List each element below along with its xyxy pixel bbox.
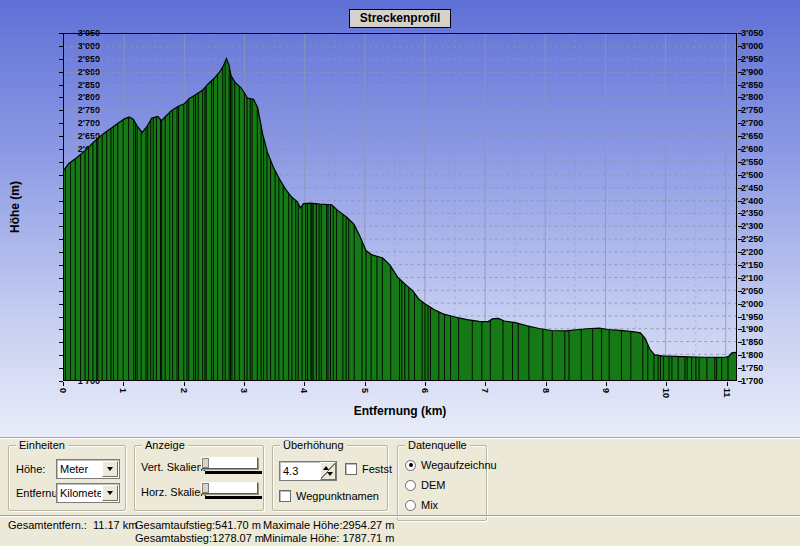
radio-wegaufzeichnung[interactable]: Wegaufzeichnu: [405, 459, 497, 471]
y-tick-label: 3'050: [741, 29, 781, 38]
y-tick-mark: [738, 85, 742, 86]
x-tick-label: 7: [480, 388, 490, 393]
x-tick-mark: [365, 382, 366, 386]
y-tick-label: 2'950: [741, 55, 781, 64]
y-tick-mark: [738, 381, 742, 382]
group-datenquelle: Datenquelle Wegaufzeichnu DEM Mix: [397, 445, 487, 521]
hoehe-unit-combobox[interactable]: Meter: [56, 459, 120, 479]
x-tick-label: 4: [299, 388, 309, 393]
y-tick-mark: [738, 72, 742, 73]
y-tick-mark: [738, 355, 742, 356]
x-tick-mark: [63, 382, 64, 386]
y-tick-label: 3'000: [741, 42, 781, 51]
y-tick-mark: [738, 33, 742, 34]
y-tick-mark: [738, 188, 742, 189]
y-tick-mark: [738, 97, 742, 98]
status-gesamtaufstieg: Gesamtaufstieg:541.70 m: [135, 519, 261, 531]
group-einheiten-title: Einheiten: [16, 439, 68, 451]
y-tick-label: 2'800: [741, 93, 781, 102]
y-tick-label: 2'700: [741, 119, 781, 128]
y-tick-mark: [738, 175, 742, 176]
x-axis-title: Entfernung (km): [63, 404, 737, 418]
vert-skalierung-label: Vert. Skalien.: [141, 461, 206, 473]
wegpunktnamen-checkbox[interactable]: Wegpunktnamen: [279, 490, 379, 502]
group-datenquelle-title: Datenquelle: [405, 439, 470, 451]
y-tick-label: 2'450: [741, 184, 781, 193]
y-tick-label: 2'000: [741, 300, 781, 309]
y-tick-mark: [738, 368, 742, 369]
y-tick-mark: [738, 342, 742, 343]
streckenprofil-window: Streckenprofil Höhe (m) 3'0503'0002'9502…: [0, 0, 800, 546]
x-tick-mark: [123, 382, 124, 386]
festst-checkbox[interactable]: Festst: [345, 463, 392, 475]
y-tick-mark: [738, 291, 742, 292]
x-tick-mark: [546, 382, 547, 386]
y-tick-label: 2'200: [741, 248, 781, 257]
entfernung-unit-combobox[interactable]: Kilometer: [56, 483, 120, 503]
y-tick-label: 1'800: [741, 351, 781, 360]
status-maximale-hoehe: Maximale Höhe:2954.27 m: [263, 519, 394, 531]
radio-wegaufzeichnung-label: Wegaufzeichnu: [421, 459, 497, 471]
wegpunktnamen-checkbox-label: Wegpunktnamen: [296, 490, 379, 502]
x-tick-mark: [304, 382, 305, 386]
radio-dem[interactable]: DEM: [405, 479, 445, 491]
vert-skalierung-slider[interactable]: [201, 457, 261, 477]
status-separator: [0, 515, 800, 517]
y-tick-mark: [738, 304, 742, 305]
y-tick-mark: [738, 265, 742, 266]
group-ueberhoehung: Überhöhung 4.3 Festst Wegpunktnamen: [272, 445, 388, 511]
x-tick-label: 9: [601, 388, 611, 393]
group-anzeige: Anzeige Vert. Skalien. Horz. Skalien: [134, 445, 264, 511]
y-tick-mark: [738, 329, 742, 330]
chart-title-wrap: Streckenprofil: [63, 9, 737, 28]
y-axis-ticks-right: [738, 33, 742, 381]
chevron-down-icon[interactable]: [102, 485, 118, 501]
x-tick-label: 0: [58, 388, 68, 393]
x-tick-mark: [244, 382, 245, 386]
y-tick-mark: [738, 46, 742, 47]
y-tick-mark: [738, 162, 742, 163]
slider-thumb[interactable]: [202, 483, 209, 493]
spinner-updown-icon[interactable]: [320, 462, 336, 480]
status-gesamtabstieg: Gesamtabstieg:1278.07 m: [135, 532, 264, 544]
x-tick-label: 11: [722, 388, 732, 398]
x-tick-mark: [727, 382, 728, 386]
y-tick-label: 2'900: [741, 68, 781, 77]
y-tick-mark: [738, 226, 742, 227]
y-tick-mark: [738, 149, 742, 150]
x-tick-label: 2: [179, 388, 189, 393]
festst-checkbox-label: Festst: [362, 463, 392, 475]
y-tick-mark: [738, 317, 742, 318]
ueberhoehung-spinedit[interactable]: 4.3: [279, 461, 337, 481]
y-tick-label: 1'950: [741, 313, 781, 322]
y-tick-mark: [738, 278, 742, 279]
y-tick-mark: [738, 110, 742, 111]
x-axis-labels: 01234567891011: [0, 384, 800, 406]
x-tick-label: 3: [239, 388, 249, 393]
slider-thumb[interactable]: [202, 458, 209, 468]
x-tick-label: 6: [420, 388, 430, 393]
radio-mix-label: Mix: [421, 499, 438, 511]
y-tick-label: 1'850: [741, 338, 781, 347]
y-tick-mark: [738, 201, 742, 202]
x-tick-label: 10: [661, 388, 671, 398]
x-tick-mark: [666, 382, 667, 386]
y-tick-mark: [738, 136, 742, 137]
y-tick-label: 2'850: [741, 81, 781, 90]
x-tick-mark: [184, 382, 185, 386]
chevron-down-icon[interactable]: [102, 461, 118, 477]
radio-selected-dot: [409, 463, 413, 467]
x-tick-label: 5: [360, 388, 370, 393]
y-tick-mark: [738, 239, 742, 240]
plot-area[interactable]: [63, 33, 737, 381]
elevation-profile-chart: Streckenprofil Höhe (m) 3'0503'0002'9502…: [0, 0, 800, 437]
y-tick-mark: [738, 123, 742, 124]
group-anzeige-title: Anzeige: [142, 439, 188, 451]
horz-skalierung-slider[interactable]: [201, 482, 261, 502]
radio-mix[interactable]: Mix: [405, 499, 438, 511]
radio-dem-label: DEM: [421, 479, 445, 491]
status-gesamtentfernung: Gesamtentfern.: 11.17 km: [8, 519, 137, 531]
elevation-area-svg: [64, 34, 736, 380]
group-einheiten: Einheiten Höhe: Meter Entfernung: Kilome…: [8, 445, 126, 511]
y-tick-label: 2'600: [741, 145, 781, 154]
